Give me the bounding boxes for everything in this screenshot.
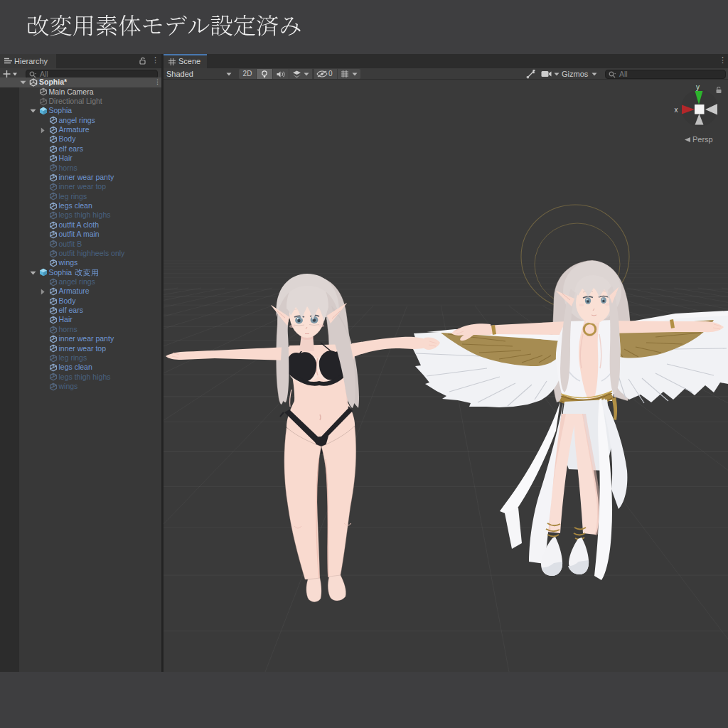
svg-text:Persp: Persp: [692, 135, 713, 144]
svg-text:x: x: [675, 106, 678, 114]
svg-text:y: y: [696, 83, 700, 91]
